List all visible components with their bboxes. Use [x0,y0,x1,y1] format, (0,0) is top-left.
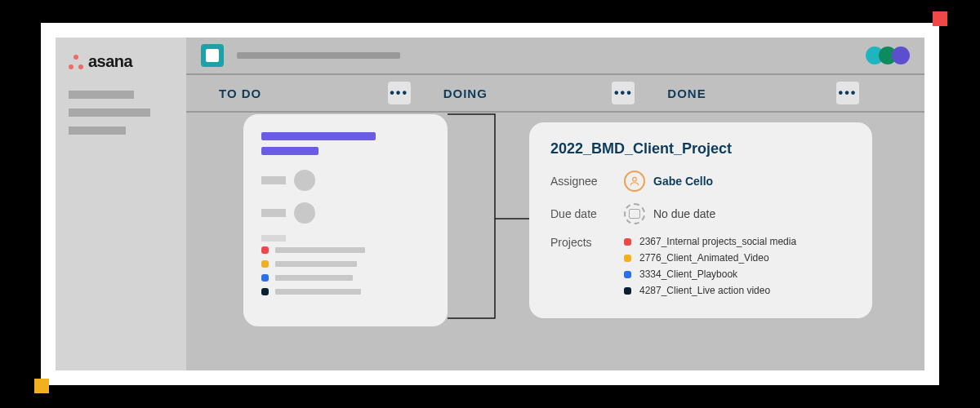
project-list-item[interactable]: 2776_Client_Animated_Video [624,252,851,264]
due-date-value[interactable]: No due date [653,207,715,220]
column-menu-icon[interactable]: ••• [836,82,859,104]
task-detail-title[interactable]: 2022_BMD_Client_Project [550,140,851,157]
project-name-placeholder [275,261,357,267]
project-name-placeholder [275,275,353,281]
board-area: 2022_BMD_Client_Project Assignee Gabe Ce… [186,113,924,370]
task-title-placeholder [261,147,318,155]
column-title-done[interactable]: DONE [667,86,706,100]
column-menu-icon[interactable]: ••• [612,82,635,104]
topbar [186,38,924,75]
project-name-placeholder [275,247,365,253]
column-title-todo[interactable]: TO DO [219,86,261,100]
assignee-name[interactable]: Gabe Cello [653,175,713,188]
project-name: 4287_Client_Live action video [639,285,770,296]
avatar-placeholder [294,170,315,191]
sidebar-item[interactable] [69,91,134,99]
task-project-row [261,246,430,254]
decorative-square [34,379,49,393]
calendar-icon[interactable] [624,203,645,224]
project-list-item[interactable]: 4287_Client_Live action video [624,285,851,296]
project-color-dot [261,260,269,268]
project-name: 2776_Client_Animated_Video [639,252,769,264]
project-color-dot [261,246,269,254]
column-menu-icon[interactable]: ••• [388,82,411,104]
assignee-avatar-icon[interactable] [624,171,645,192]
project-color-dot [624,238,631,246]
project-color-dot [624,287,631,295]
task-card[interactable] [243,114,448,326]
task-title-placeholder [261,132,376,140]
task-project-row [261,260,430,268]
project-name: 2367_Internal projects_social media [639,236,796,247]
project-list-item[interactable]: 3334_Client_Playbook [624,268,851,280]
project-name-placeholder [275,289,361,295]
brand-name: asana [88,52,132,71]
connector-line [446,113,536,325]
field-label-placeholder [261,176,286,184]
date-placeholder [294,202,315,224]
brand-logo: asana [69,52,173,71]
sidebar-item[interactable] [69,109,150,117]
avatar[interactable] [892,47,910,64]
svg-point-0 [633,177,637,181]
sidebar-item[interactable] [69,126,126,135]
board-columns-header: TO DO ••• DOING ••• DONE ••• [186,75,924,113]
project-color-dot [261,274,269,282]
collaborator-avatars[interactable] [871,47,910,64]
sidebar: asana [56,38,186,370]
project-name: 3334_Client_Playbook [639,268,737,280]
task-project-row [261,288,430,295]
assignee-label: Assignee [550,175,624,188]
asana-logo-icon [69,55,83,69]
task-project-row [261,274,430,282]
field-label-placeholder [261,235,286,242]
decorative-square [933,11,947,26]
app-icon[interactable] [201,44,224,67]
projects-label: Projects [550,236,624,249]
project-color-dot [261,288,269,295]
column-title-doing[interactable]: DOING [443,86,488,100]
task-detail-panel: 2022_BMD_Client_Project Assignee Gabe Ce… [529,122,872,318]
page-title-placeholder [237,52,400,59]
due-date-label: Due date [550,207,624,220]
project-color-dot [624,271,631,278]
project-color-dot [624,255,631,262]
field-label-placeholder [261,209,286,217]
project-list-item[interactable]: 2367_Internal projects_social media [624,236,851,247]
